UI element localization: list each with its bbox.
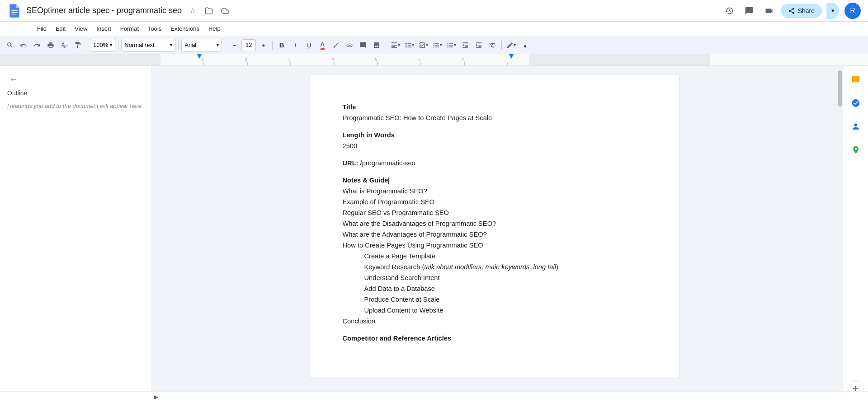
scrollbar-thumb[interactable]: [838, 70, 842, 107]
url-value: /programmatic-seo: [360, 159, 415, 167]
sidebar: ← Outline Headings you add to the docume…: [0, 66, 151, 402]
font-size-control: − 12 +: [228, 38, 269, 52]
checklist-btn[interactable]: ▾: [417, 38, 430, 52]
divider-1: [87, 41, 87, 50]
meet-icon[interactable]: [761, 3, 777, 19]
search-toolbar-btn[interactable]: [4, 38, 16, 52]
notes-item-3: What are the Disadvantages of Programmat…: [343, 219, 646, 229]
length-label: Length in Words: [343, 130, 646, 140]
svg-rect-1: [11, 12, 17, 12]
undo-btn[interactable]: [17, 38, 30, 52]
sub-item-5: Upload Content to Website: [364, 305, 646, 315]
scrollbar-track[interactable]: [837, 66, 843, 402]
add-comment-btn[interactable]: [357, 38, 369, 52]
svg-text:7: 7: [462, 57, 464, 61]
edit-mode-btn[interactable]: ▾: [505, 38, 518, 52]
font-size-increase-btn[interactable]: +: [257, 38, 269, 52]
notes-panel-icon[interactable]: [848, 71, 864, 88]
highlight-btn[interactable]: [330, 38, 342, 52]
url-section: URL: /programmatic-seo: [343, 158, 646, 168]
indent-increase-btn[interactable]: [472, 38, 485, 52]
svg-point-4: [789, 10, 791, 12]
bullet-list-btn[interactable]: ▾: [431, 38, 444, 52]
outline-hint: Headings you add to the document will ap…: [7, 102, 144, 110]
expand-arrow[interactable]: ▶: [151, 393, 160, 402]
document-title[interactable]: SEOptimer article spec - programmatic se…: [26, 6, 182, 15]
url-line: URL: /programmatic-seo: [343, 158, 646, 168]
star-icon[interactable]: ☆: [186, 5, 199, 17]
zoom-select[interactable]: 100% ▾: [90, 39, 115, 51]
share-label: Share: [798, 7, 815, 14]
style-select[interactable]: Normal text ▾: [121, 39, 175, 51]
paint-format-btn[interactable]: [71, 38, 84, 52]
comment-icon[interactable]: [741, 3, 757, 19]
svg-rect-11: [529, 54, 710, 66]
notes-label: Notes & Guide: [343, 175, 646, 185]
share-button[interactable]: Share: [781, 4, 822, 18]
align-btn[interactable]: ▾: [389, 38, 402, 52]
font-size-decrease-btn[interactable]: −: [228, 38, 241, 52]
svg-rect-2: [11, 14, 15, 14]
link-btn[interactable]: [343, 38, 356, 52]
font-size-input[interactable]: 12: [241, 39, 256, 51]
bold-btn[interactable]: B: [275, 38, 288, 52]
notes-item-4: What are the Advantages of Programmatic …: [343, 229, 646, 239]
redo-btn[interactable]: [31, 38, 43, 52]
conclusion-line: Conclusion: [343, 316, 646, 326]
sidebar-back-btn[interactable]: ←: [7, 73, 20, 86]
notes-item-5: How to Create Pages Using Programmatic S…: [343, 240, 646, 250]
svg-point-5: [793, 12, 794, 14]
divider-7: [501, 41, 502, 50]
font-select[interactable]: Arial ▾: [181, 39, 222, 51]
menu-bar: File Edit View Insert Format Tools Exten…: [0, 22, 868, 36]
menu-view[interactable]: View: [70, 23, 92, 34]
menu-extensions[interactable]: Extensions: [166, 23, 204, 34]
menu-file[interactable]: File: [33, 23, 51, 34]
cloud-icon[interactable]: [219, 5, 231, 17]
svg-text:1: 1: [201, 57, 203, 61]
clear-formatting-btn[interactable]: [486, 38, 499, 52]
hide-toolbar-btn[interactable]: ▴: [519, 38, 531, 52]
sub-item-2: Understand Search Intent: [364, 273, 646, 283]
italic-btn[interactable]: I: [289, 38, 302, 52]
menu-help[interactable]: Help: [204, 23, 225, 34]
length-value: 2500: [343, 141, 646, 151]
numbered-list-btn[interactable]: ▾: [445, 38, 458, 52]
menu-edit[interactable]: Edit: [51, 23, 70, 34]
menu-format[interactable]: Format: [116, 23, 143, 34]
spellcheck-btn[interactable]: [58, 38, 71, 52]
right-panel: +: [843, 66, 868, 402]
underline-btn[interactable]: U: [302, 38, 315, 52]
sub-item-1: Keyword Research (talk about modifiers, …: [364, 262, 646, 272]
line-spacing-btn[interactable]: ▾: [403, 38, 416, 52]
toolbar: 100% ▾ Normal text ▾ Arial ▾ − 12 + B I …: [0, 36, 868, 54]
svg-text:6: 6: [418, 57, 420, 61]
divider-5: [272, 41, 273, 50]
competitor-section: Competitor and Reference Articles: [343, 333, 646, 343]
document-area[interactable]: Title Programmatic SEO: How to Create Pa…: [151, 66, 837, 402]
title-label: Title: [343, 102, 646, 112]
folder-icon[interactable]: [203, 5, 215, 17]
sub-item-0: Create a Page Template: [364, 251, 646, 261]
print-btn[interactable]: [44, 38, 57, 52]
svg-line-7: [790, 9, 793, 10]
maps-panel-icon[interactable]: [848, 142, 864, 158]
svg-text:2: 2: [245, 57, 247, 61]
tasks-panel-icon[interactable]: [848, 95, 864, 111]
contacts-panel-icon[interactable]: [848, 118, 864, 135]
menu-insert[interactable]: Insert: [92, 23, 116, 34]
svg-rect-10: [160, 54, 529, 66]
indent-decrease-btn[interactable]: [459, 38, 472, 52]
notes-section: Notes & Guide What is Programmatic SEO? …: [343, 175, 646, 326]
notes-item-1: Example of Programmatic SEO: [343, 197, 646, 207]
sub-item-3: Add Data to a Database: [364, 284, 646, 294]
svg-rect-0: [11, 10, 17, 10]
text-color-btn[interactable]: A: [316, 38, 329, 52]
menu-tools[interactable]: Tools: [143, 23, 166, 34]
title-section: Title Programmatic SEO: How to Create Pa…: [343, 102, 646, 123]
user-avatar[interactable]: R: [844, 3, 861, 19]
history-icon[interactable]: [721, 3, 737, 19]
svg-text:5: 5: [375, 57, 377, 61]
share-dropdown-arrow[interactable]: ▾: [826, 3, 839, 19]
image-btn[interactable]: [370, 38, 383, 52]
